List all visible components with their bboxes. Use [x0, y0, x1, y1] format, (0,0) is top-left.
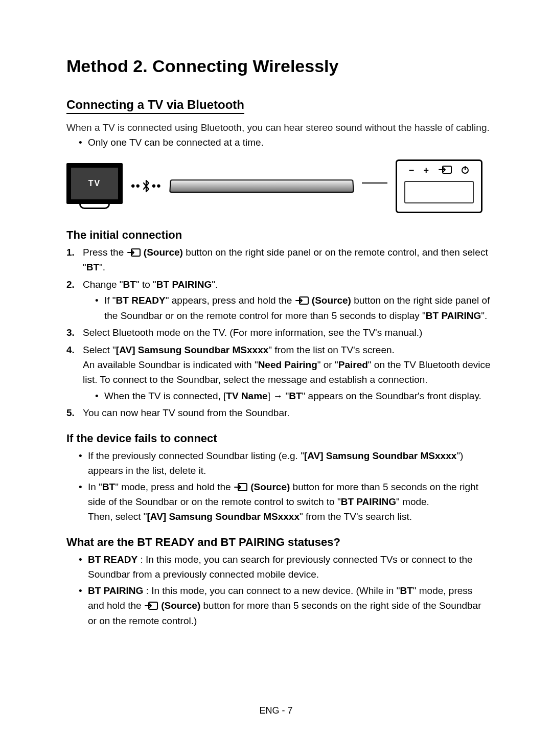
initial-steps: Press the (Source) button on the right s…: [66, 245, 491, 421]
connection-diagram: TV •• •• − +: [66, 159, 491, 213]
intro-bullet: Only one TV can be connected at a time.: [79, 135, 491, 150]
step-4-sub: When the TV is connected, [TV Name] → "B…: [95, 388, 491, 403]
heading-fails-to-connect: If the device fails to connect: [66, 432, 491, 445]
source-icon: [144, 601, 158, 610]
step-1: Press the (Source) button on the right s…: [66, 245, 491, 275]
heading-initial-connection: The initial connection: [66, 228, 491, 242]
step-4: Select "[AV] Samsung Soundbar MSxxxx" fr…: [66, 342, 491, 404]
page-footer: ENG - 7: [0, 705, 552, 716]
bluetooth-icon: [142, 179, 151, 193]
volume-up: +: [423, 165, 429, 176]
source-icon: [234, 483, 248, 492]
section-heading-bluetooth: Connecting a TV via Bluetooth: [66, 98, 244, 114]
zoom-leader-line: [362, 182, 387, 184]
volume-down: −: [409, 165, 415, 176]
page-title: Method 2. Connecting Wirelessly: [66, 56, 491, 76]
step-5: You can now hear TV sound from the Sound…: [66, 405, 491, 420]
statuses-bullets: BT READY : In this mode, you can search …: [66, 552, 491, 628]
panel-display: [404, 181, 474, 203]
soundbar-graphic: [169, 180, 354, 193]
intro-text: When a TV is connected using Bluetooth, …: [66, 120, 491, 135]
step-2-sub: If "BT READY" appears, press and hold th…: [95, 293, 491, 323]
fails-bullet-1: If the previously connected Soundbar lis…: [79, 448, 491, 478]
source-icon: [127, 248, 141, 257]
tv-graphic: TV: [66, 163, 123, 209]
source-icon: [438, 165, 452, 174]
heading-statuses: What are the BT READY and BT PAIRING sta…: [66, 536, 491, 549]
step-3: Select Bluetooth mode on the TV. (For mo…: [66, 325, 491, 340]
step-2: Change "BT" to "BT PAIRING". If "BT READ…: [66, 277, 491, 323]
bluetooth-signal: •• ••: [131, 179, 162, 193]
source-icon: [295, 296, 309, 305]
power-icon: [462, 167, 469, 174]
status-bt-pairing: BT PAIRING : In this mode, you can conne…: [79, 583, 491, 628]
fails-bullet-2: In "BT" mode, press and hold the (Source…: [79, 479, 491, 524]
status-bt-ready: BT READY : In this mode, you can search …: [79, 552, 491, 582]
tv-label: TV: [71, 168, 118, 199]
side-panel-zoom: − +: [396, 159, 482, 213]
fails-bullets: If the previously connected Soundbar lis…: [66, 448, 491, 524]
